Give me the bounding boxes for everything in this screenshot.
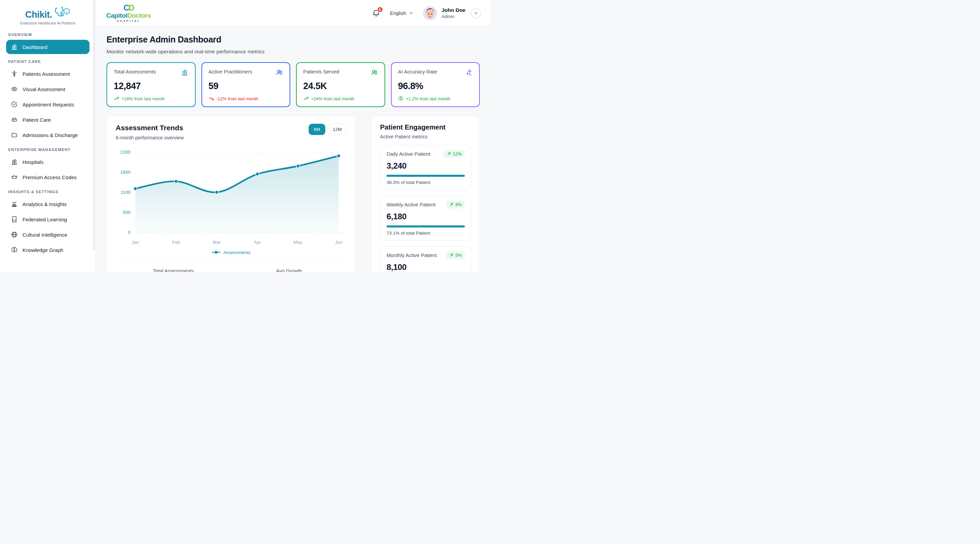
stat-card-patients-served: Patients Served 24.5K +24% from last mon… xyxy=(296,62,385,107)
sidebar-item-patients-assessment[interactable]: Patients Assessment xyxy=(6,67,89,81)
arrow-up-right-icon xyxy=(449,253,453,257)
chart-title: Assessment Trends xyxy=(116,124,184,132)
svg-text:1650: 1650 xyxy=(121,170,130,175)
engagement-value: 6,180 xyxy=(387,212,465,221)
sidebar-item-federated-learning[interactable]: Federated Learning xyxy=(6,212,89,227)
chevron-down-icon xyxy=(409,11,414,15)
stat-card-ai-accuracy: AI Accuracy Rate 96.8% +1.2% from last m… xyxy=(391,62,480,107)
avatar-memoji xyxy=(423,6,437,21)
stat-label: Active Practitioners xyxy=(208,69,252,75)
user-role: Admin xyxy=(441,14,466,19)
engagement-badge-value: 8% xyxy=(455,202,462,207)
app-logo-text: Chikit. xyxy=(25,10,52,20)
sidebar-item-cultural-intelligence[interactable]: Cultural Intelligence xyxy=(6,227,89,242)
sidebar-item-label: Premium Access Codes xyxy=(22,174,76,180)
logo-name-primary: Capitol xyxy=(106,12,127,19)
sidebar-scrollbar[interactable] xyxy=(93,0,95,250)
chart-footer-avg-growth: Avg Growth xyxy=(231,268,347,272)
globe-icon xyxy=(11,231,18,238)
hospital-logo-tagline: HOSPITAL xyxy=(117,20,140,22)
user-name: John Doe xyxy=(441,7,466,13)
nav-section-insights-settings: INSIGHTS & SETTINGS xyxy=(8,190,88,194)
svg-text:Jan: Jan xyxy=(132,240,139,245)
sidebar-item-hospitals[interactable]: Hospitals xyxy=(6,155,89,169)
chart-footer-total-assessments: Total Assessments xyxy=(116,268,231,272)
page-title: Enterprise Admin Dashboard xyxy=(107,35,480,44)
sidebar-item-label: Cultural Intelligence xyxy=(22,232,67,238)
stat-label: Total Assessments xyxy=(114,69,156,75)
building-icon xyxy=(11,43,18,50)
sidebar-item-appointment-requests[interactable]: Appointment Requests xyxy=(6,97,89,111)
engagement-progress-bar xyxy=(387,225,465,227)
trending-down-icon xyxy=(208,96,214,102)
eye-icon xyxy=(11,86,18,92)
language-label: English xyxy=(390,11,406,16)
caduceus-icon xyxy=(11,70,18,77)
sidebar-item-label: Admissions & Discharge xyxy=(22,132,78,138)
sidebar-nav: OVERVIEW Dashboard PATIENT CARE Patients… xyxy=(0,33,95,257)
stat-trend-text: +1.2% from last month xyxy=(406,96,450,102)
stat-trend: +18% from last month xyxy=(114,96,189,102)
engagement-label: Weekly Active Patient xyxy=(387,201,436,208)
building-icon xyxy=(11,159,18,165)
engagement-badge: 8% xyxy=(446,201,465,208)
sidebar-item-label: Federated Learning xyxy=(22,217,67,222)
engagement-card-daily: Daily Active Patient 12% 3,240 38.3% of … xyxy=(380,145,471,190)
sidebar-item-analytics-insights[interactable]: Analytics & Insights xyxy=(6,197,89,211)
notifications-button[interactable]: 6 xyxy=(372,9,380,17)
range-button-6m[interactable]: 6M xyxy=(309,124,325,135)
stat-trend-text: -12% from last month xyxy=(216,96,259,102)
sidebar-item-label: Patient Care xyxy=(22,117,51,123)
analytics-icon xyxy=(11,201,18,208)
sidebar-item-patient-care[interactable]: Patient Care xyxy=(6,113,89,127)
brain-icon xyxy=(398,96,404,102)
sidebar-item-label: Appointment Requests xyxy=(22,102,74,108)
svg-text:0: 0 xyxy=(128,230,130,235)
trending-up-icon xyxy=(303,96,309,102)
engagement-badge: 5% xyxy=(446,251,465,259)
engagement-value: 8,100 xyxy=(387,262,465,272)
engagement-subtitle: Active Patient metrics xyxy=(380,134,471,140)
svg-text:Feb: Feb xyxy=(172,240,180,245)
svg-text:Apr: Apr xyxy=(254,240,261,245)
engagement-value: 3,240 xyxy=(387,161,465,171)
user-menu[interactable]: John Doe Admin xyxy=(423,6,481,21)
sidebar-item-label: Visual Assessment xyxy=(22,86,65,92)
engagement-card-monthly: Monthly Active Patient 5% 8,100 xyxy=(380,246,471,272)
brain-icon xyxy=(11,246,18,253)
logo-mark-d: D xyxy=(129,3,134,12)
svg-text:May: May xyxy=(294,240,302,245)
chart-legend: Assessments xyxy=(116,250,347,255)
notification-badge: 6 xyxy=(377,6,383,13)
legend-marker-icon xyxy=(212,251,221,254)
sidebar-item-knowledge-graph[interactable]: Knowledge Graph xyxy=(6,243,89,257)
engagement-progress-bar xyxy=(387,175,465,177)
avatar xyxy=(423,6,437,21)
app-logo-subtitle: Enterprise Healthcare AI Platform xyxy=(0,21,95,25)
language-selector[interactable]: English xyxy=(390,11,414,16)
stethoscope-hexagon-logo-icon xyxy=(53,5,70,21)
folder-icon xyxy=(11,132,18,138)
sidebar-item-admissions-discharge[interactable]: Admissions & Discharge xyxy=(6,128,89,142)
sidebar-item-premium-access-codes[interactable]: Premium Access Codes xyxy=(6,170,89,184)
sidebar-item-dashboard[interactable]: Dashboard xyxy=(6,40,89,54)
building-icon xyxy=(181,69,189,76)
page-subtitle: Monitor network-wide operations and real… xyxy=(107,49,480,55)
main-content: Enterprise Admin Dashboard Monitor netwo… xyxy=(96,27,490,272)
range-button-12m[interactable]: 12M xyxy=(328,124,347,135)
engagement-badge-value: 5% xyxy=(455,253,462,258)
user-menu-chevron-button[interactable] xyxy=(471,8,481,18)
stat-trend: -12% from last month xyxy=(208,96,283,102)
nav-section-overview: OVERVIEW xyxy=(8,33,88,37)
stat-trend: +1.2% from last month xyxy=(398,96,473,102)
sidebar-item-label: Analytics & Insights xyxy=(22,201,67,207)
stat-value: 12,847 xyxy=(114,81,189,92)
top-header: CD CapitolDoctors HOSPITAL 6 English xyxy=(96,0,490,27)
users-icon xyxy=(275,69,283,76)
arrow-up-right-icon xyxy=(449,202,453,207)
check-circle-icon xyxy=(11,101,18,108)
sidebar-item-label: Knowledge Graph xyxy=(22,247,63,253)
sidebar: Chikit. Enterprise Healthcare AI Platfor… xyxy=(0,0,96,272)
stat-value: 59 xyxy=(208,81,283,92)
sidebar-item-visual-assessment[interactable]: Visual Assessment xyxy=(6,82,89,96)
